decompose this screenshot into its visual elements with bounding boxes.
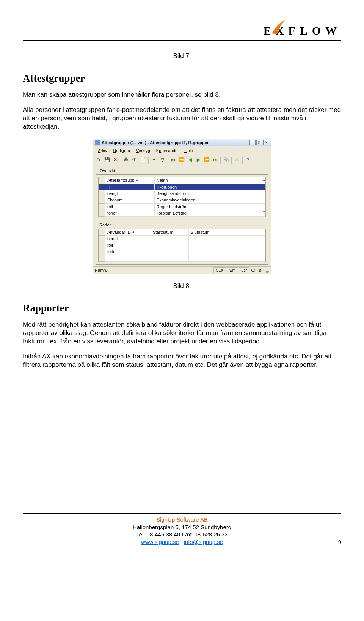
col-namn[interactable]: Namn: [155, 177, 260, 184]
row-selector[interactable]: [99, 184, 105, 190]
cell-namn: IT-gruppen: [155, 184, 260, 190]
footer-address: Hallonbergsplan 5, 174 52 Sundbyberg: [34, 524, 330, 531]
row-selector[interactable]: [99, 242, 105, 248]
para-rapporter-2: Inifrån AX kan ekonomiavdelningen ta fra…: [23, 352, 341, 369]
status-left: Namn.: [95, 267, 107, 273]
menu-bar: AArkivrkiv Redigera Verktyg Kommando Hjä…: [93, 146, 271, 155]
scroll-up-icon[interactable]: ▲: [260, 177, 265, 184]
maximize-button[interactable]: □: [256, 140, 262, 145]
table-row[interactable]: IT IT-gruppen: [99, 184, 265, 190]
col-startdatum[interactable]: Startdatum: [151, 229, 189, 236]
export-icon[interactable]: 📄: [139, 156, 147, 164]
cell-namn: Ekonomiavdelningen: [155, 197, 260, 203]
row-selector[interactable]: [99, 197, 105, 203]
row-selector-header: [99, 229, 105, 236]
cell-grupp: roli: [105, 204, 155, 210]
cell-user: [105, 255, 151, 262]
attach-icon[interactable]: 📎: [222, 156, 230, 164]
heading-rapporter: Rapporter: [23, 302, 341, 315]
app-icon: [95, 140, 100, 145]
cell-start: [151, 248, 189, 255]
preview-icon[interactable]: 👁: [131, 156, 138, 164]
cell-namn: Bengt Sandström: [155, 190, 260, 197]
scroll-down-icon[interactable]: ▼: [260, 210, 265, 217]
table-row[interactable]: torlof Torbjörn Löfstad ▼: [99, 210, 265, 217]
close-button[interactable]: ✕: [263, 140, 269, 145]
cell-namn: Torbjörn Löfstad: [155, 210, 260, 217]
minimize-button[interactable]: –: [249, 140, 256, 145]
table-row[interactable]: roli: [99, 242, 265, 248]
para-attest-1: Man kan skapa attestgrupper som innehåll…: [23, 91, 341, 99]
status-doc-icon: 🗎: [257, 267, 263, 273]
row-selector[interactable]: [99, 190, 105, 197]
page-number: 9: [330, 538, 341, 546]
nav-next-icon[interactable]: ▶: [195, 156, 202, 164]
table-row[interactable]: bengt: [99, 236, 265, 242]
tab-oversikt[interactable]: Översikt: [96, 167, 119, 174]
page-header: EXFLOW: [23, 23, 341, 41]
cell-grupp: IT: [105, 184, 155, 190]
help-icon[interactable]: ?: [244, 156, 252, 164]
caption-bild8: Bild 8.: [23, 282, 341, 290]
filter-icon[interactable]: ▼: [150, 156, 158, 164]
col-slutdatum[interactable]: Slutdatum: [189, 229, 260, 236]
table-row[interactable]: [99, 255, 265, 262]
cell-start: [151, 242, 189, 248]
table-row[interactable]: torlof: [99, 248, 265, 255]
cell-grupp: Ekonomi: [105, 197, 155, 203]
exflow-logo: EXFLOW: [264, 23, 341, 38]
cell-user: bengt: [105, 236, 151, 242]
nav-first-icon[interactable]: ⏮: [169, 156, 177, 164]
nav-prev-icon[interactable]: ◀: [186, 156, 194, 164]
col-attestantgrupp[interactable]: Attestantgrupp▲: [105, 177, 155, 184]
sort-asc-icon: ▲: [136, 178, 139, 182]
menu-hjalp[interactable]: Hjälp: [181, 148, 195, 154]
toolbar-separator: [168, 157, 168, 164]
footer-link-email[interactable]: info@signup.se: [184, 539, 223, 545]
heading-attestgrupper: Attestgrupper: [23, 72, 341, 85]
scrollbar[interactable]: [260, 229, 265, 236]
new-icon[interactable]: 🗋: [95, 156, 102, 164]
table-row[interactable]: bengt Bengt Sandström: [99, 190, 265, 197]
table-row[interactable]: Ekonomi Ekonomiavdelningen: [99, 197, 265, 203]
row-selector[interactable]: [99, 210, 105, 217]
grid-rader[interactable]: Användar-ID▲ Startdatum Slutdatum bengt: [98, 229, 266, 262]
cell-end: [189, 248, 260, 255]
caption-bild7: Bild 7.: [23, 52, 341, 60]
clear-filter-icon[interactable]: ▽: [158, 156, 166, 164]
table-row[interactable]: roli Roger Lindström: [99, 204, 265, 210]
status-monitor-icon: 🖵: [250, 267, 256, 273]
footer-phone: Tel: 08-445 38 40 Fax: 08-628 26 33: [34, 531, 330, 538]
row-selector[interactable]: [99, 248, 105, 255]
menu-redigera[interactable]: Redigera: [111, 148, 132, 154]
delete-icon[interactable]: ✕: [111, 156, 119, 164]
footer-link-web[interactable]: www.signup.se: [141, 539, 179, 545]
menu-kommando[interactable]: Kommando: [154, 148, 180, 154]
menu-arkiv[interactable]: AArkivrkiv: [96, 148, 109, 154]
grid-attestgrupper[interactable]: Attestantgrupp▲ Namn ▲ IT IT-gruppen ben…: [98, 177, 266, 217]
cell-user: roli: [105, 242, 151, 248]
row-selector[interactable]: [99, 236, 105, 242]
nav-nextpage-icon[interactable]: ⏩: [203, 156, 210, 164]
label-rader: Rader: [98, 221, 266, 228]
cell-start: [151, 236, 189, 242]
cell-end: [189, 242, 260, 248]
cell-namn: Roger Lindström: [155, 204, 260, 210]
resize-grip-icon[interactable]: [264, 267, 269, 273]
print-icon[interactable]: 🖶: [122, 156, 130, 164]
col-anvandarid[interactable]: Användar-ID▲: [105, 229, 151, 236]
page-footer: SignUp Software AB Hallonbergsplan 5, 17…: [23, 513, 341, 546]
save-icon[interactable]: 💾: [103, 156, 111, 164]
row-selector-header: [99, 177, 105, 184]
toolbar-separator: [231, 157, 232, 164]
toolbar-separator: [148, 157, 149, 164]
row-selector[interactable]: [99, 255, 105, 262]
cell-grupp: torlof: [105, 210, 155, 217]
nav-prevpage-icon[interactable]: ⏪: [178, 156, 185, 164]
toolbar-separator: [242, 157, 243, 164]
row-selector[interactable]: [99, 204, 105, 210]
nav-last-icon[interactable]: ⏭: [211, 156, 219, 164]
warning-icon[interactable]: ⚠: [233, 156, 241, 164]
menu-verktyg[interactable]: Verktyg: [134, 148, 152, 154]
tab-pane-oversikt: Attestantgrupp▲ Namn ▲ IT IT-gruppen ben…: [96, 174, 268, 264]
